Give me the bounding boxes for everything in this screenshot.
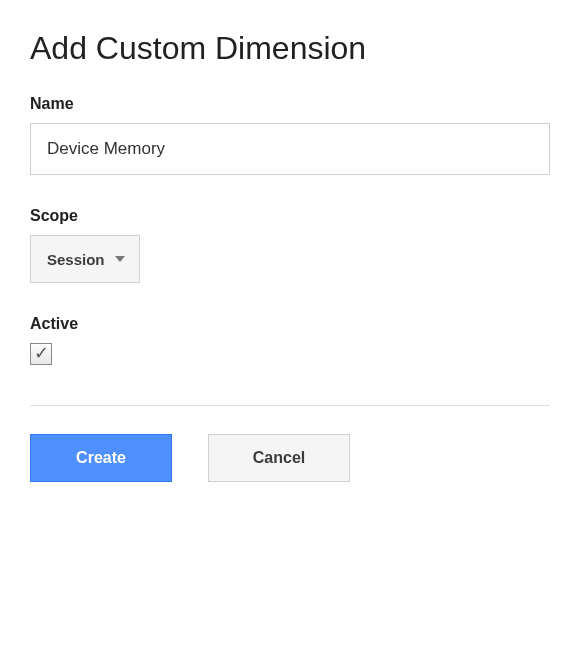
caret-down-icon — [115, 256, 125, 262]
cancel-button[interactable]: Cancel — [208, 434, 350, 482]
page-title: Add Custom Dimension — [30, 30, 550, 67]
name-label: Name — [30, 95, 550, 113]
scope-label: Scope — [30, 207, 550, 225]
scope-dropdown[interactable]: Session — [30, 235, 140, 283]
active-checkbox[interactable]: ✓ — [30, 343, 52, 365]
active-label: Active — [30, 315, 550, 333]
checkmark-icon: ✓ — [34, 344, 49, 362]
name-input[interactable] — [30, 123, 550, 175]
divider — [30, 405, 550, 406]
active-field-group: Active ✓ — [30, 315, 550, 365]
create-button[interactable]: Create — [30, 434, 172, 482]
scope-field-group: Scope Session — [30, 207, 550, 283]
scope-dropdown-value: Session — [47, 251, 105, 268]
button-row: Create Cancel — [30, 434, 550, 482]
name-field-group: Name — [30, 95, 550, 175]
